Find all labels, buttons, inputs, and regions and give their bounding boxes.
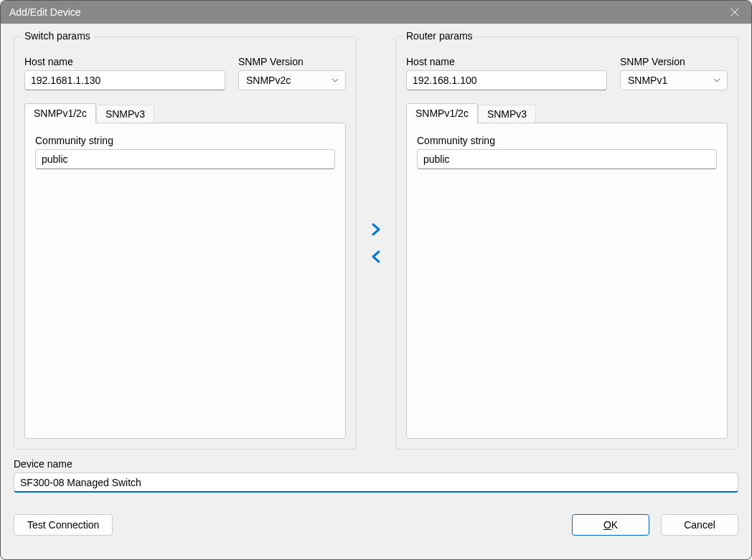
cancel-button[interactable]: Cancel <box>661 514 738 536</box>
router-snmp-version-label: SNMP Version <box>620 56 728 67</box>
switch-params-fieldset: Switch params Host name SNMP Version SNM… <box>14 37 357 450</box>
switch-tabs: SNMPv1/2c SNMPv3 <box>24 103 346 123</box>
params-row: Switch params Host name SNMP Version SNM… <box>14 37 738 450</box>
router-params-fieldset: Router params Host name SNMP Version SNM… <box>395 37 738 450</box>
router-snmp-version-select[interactable]: SNMPv1 <box>620 70 728 90</box>
chevron-right-icon <box>371 223 381 236</box>
close-button[interactable] <box>718 1 751 24</box>
switch-host-input[interactable] <box>24 70 225 90</box>
copy-arrows <box>357 37 395 450</box>
router-community-label: Community string <box>417 135 717 146</box>
device-name-label: Device name <box>14 458 738 470</box>
router-host-label: Host name <box>406 56 607 67</box>
copy-left-button[interactable] <box>369 250 383 264</box>
router-snmp-version-value: SNMPv1 <box>620 70 728 90</box>
titlebar: Add/Edit Device <box>1 1 751 24</box>
switch-community-label: Community string <box>35 135 335 146</box>
ok-button[interactable]: OK <box>572 514 649 536</box>
switch-snmp-version-select[interactable]: SNMPv2c <box>238 70 346 90</box>
router-params-legend: Router params <box>403 30 476 42</box>
button-row: Test Connection OK Cancel <box>14 514 738 536</box>
switch-community-input[interactable] <box>35 149 335 169</box>
close-icon <box>730 8 739 16</box>
router-community-input[interactable] <box>417 149 717 169</box>
copy-right-button[interactable] <box>369 222 383 237</box>
device-name-section: Device name <box>14 458 738 493</box>
switch-snmp-version-label: SNMP Version <box>238 56 346 67</box>
switch-params-legend: Switch params <box>22 30 93 42</box>
switch-host-label: Host name <box>24 56 225 67</box>
switch-snmp-version-value: SNMPv2c <box>238 70 346 90</box>
dialog-window: Add/Edit Device Switch params Host name <box>0 0 752 560</box>
window-title: Add/Edit Device <box>9 6 81 18</box>
test-connection-button[interactable]: Test Connection <box>14 514 113 536</box>
router-tab-snmpv3[interactable]: SNMPv3 <box>478 105 536 123</box>
ok-button-rest: K <box>611 519 618 531</box>
device-name-input[interactable] <box>14 473 738 493</box>
switch-tab-snmpv12c[interactable]: SNMPv1/2c <box>24 103 96 123</box>
switch-tab-content: Community string <box>24 123 346 439</box>
router-tabs: SNMPv1/2c SNMPv3 <box>406 103 728 123</box>
switch-tab-snmpv3[interactable]: SNMPv3 <box>96 105 154 123</box>
router-tab-snmpv12c[interactable]: SNMPv1/2c <box>406 103 478 123</box>
chevron-left-icon <box>371 250 381 263</box>
dialog-content: Switch params Host name SNMP Version SNM… <box>1 24 751 559</box>
router-tab-content: Community string <box>406 123 728 439</box>
router-host-input[interactable] <box>406 70 607 90</box>
